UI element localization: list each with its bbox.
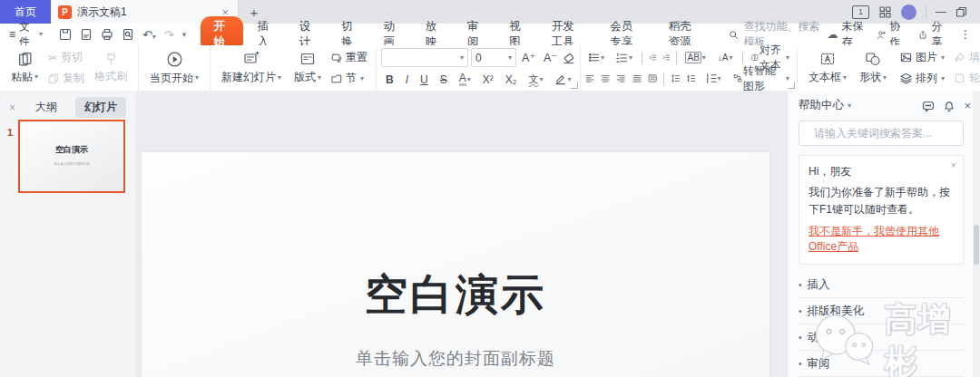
paragraph-dialog-launcher[interactable] <box>788 82 795 89</box>
play-from-current-button[interactable]: 当页开始▾ <box>143 51 205 86</box>
font-size-combo[interactable]: 0▾ <box>471 48 516 67</box>
help-topic-insert[interactable]: •插入 <box>799 272 964 298</box>
layout-icon <box>299 51 316 67</box>
clipboard-group: 粘贴▾ ✂剪切 复制 格式刷 <box>0 45 139 91</box>
underline-button[interactable]: U <box>417 71 431 88</box>
line-spacing-button[interactable]: ▾ <box>702 70 724 87</box>
quick-access-toolbar: ↶▾ ↷ ▾ <box>50 28 195 42</box>
help-search-box[interactable] <box>799 121 964 146</box>
numbering-button[interactable]: ▾ <box>613 49 635 66</box>
font-color-button[interactable]: A▾ <box>456 71 474 88</box>
restore-window-button[interactable] <box>956 6 967 18</box>
chevron-down-icon: ▾ <box>39 31 43 38</box>
single-page-view-icon[interactable]: 1 <box>852 5 869 19</box>
clear-format-icon[interactable] <box>563 52 575 64</box>
outline-icon <box>954 72 965 84</box>
picture-button[interactable]: 图片▾ <box>897 49 948 66</box>
help-topic-review[interactable]: •审阅 <box>799 351 964 377</box>
subscript-button[interactable]: X₂ <box>503 71 520 88</box>
bold-button[interactable]: B <box>383 71 397 88</box>
redo-icon[interactable]: ↷ <box>164 28 174 42</box>
decrease-indent-icon[interactable] <box>649 52 656 63</box>
workspace-grid-icon[interactable] <box>878 5 892 19</box>
text-direction-button[interactable]: AB▾ <box>682 49 708 66</box>
minimize-button[interactable]: — <box>936 5 946 18</box>
align-center-icon[interactable] <box>601 72 610 84</box>
convert-smartart-button[interactable]: 转智能图形▾ <box>730 70 792 87</box>
fill-icon <box>954 52 965 63</box>
slide-editor[interactable]: 空白演示 单击输入您的封面副标题 <box>142 152 769 377</box>
justify-icon[interactable] <box>632 72 642 84</box>
divider <box>642 52 642 64</box>
format-painter-button[interactable]: 格式刷 <box>88 53 133 84</box>
person-plus-icon <box>877 29 886 41</box>
picture-icon <box>900 52 912 63</box>
help-search-input[interactable] <box>812 126 956 140</box>
user-avatar[interactable] <box>901 5 916 20</box>
layout-button[interactable]: 版式▾ <box>288 51 328 85</box>
presentation-file-icon: P <box>58 5 72 19</box>
slide-number: 1 <box>7 127 13 138</box>
line-spacing-increase-icon[interactable] <box>671 72 680 84</box>
shapes-button[interactable]: 形状▾ <box>853 51 893 85</box>
paste-button[interactable]: 粘贴▾ <box>5 52 44 85</box>
reset-button[interactable]: 重置 <box>328 49 371 66</box>
smartart-icon <box>733 72 742 84</box>
save-icon[interactable] <box>59 28 72 41</box>
strikethrough-button[interactable]: S <box>437 71 450 88</box>
decrease-font-button[interactable]: A⁻ <box>541 49 560 66</box>
help-topic-animation[interactable]: •动画 <box>799 324 964 351</box>
slide-canvas[interactable]: 空白演示 单击输入您的封面副标题 <box>136 91 788 377</box>
help-scrollbar-thumb[interactable] <box>974 225 979 265</box>
divider <box>742 52 743 64</box>
customize-quickbar-icon[interactable]: ▾ <box>182 31 187 39</box>
arrange-icon <box>900 72 912 84</box>
arrange-button[interactable]: 排列▾ <box>897 70 948 87</box>
tab-outline[interactable]: 大纲 <box>26 97 66 118</box>
font-name-combo[interactable]: ▾ <box>381 48 468 67</box>
fill-button[interactable]: 填充▾ <box>950 49 980 66</box>
tab-slides[interactable]: 幻灯片 <box>75 97 126 118</box>
slide-thumbnail[interactable]: 空白演示 单击输入您的封面副标题 <box>18 120 125 193</box>
print-preview-icon[interactable] <box>122 28 134 41</box>
font-dialog-launcher[interactable] <box>571 82 578 89</box>
paragraph-group: ▾ ▾ AB▾ ↓A▾ 对齐文本▾ <box>581 45 798 91</box>
italic-button[interactable]: I <box>403 71 411 88</box>
export-pdf-icon[interactable] <box>80 28 93 41</box>
new-slide-button[interactable]: 新建幻灯片▾ <box>215 51 288 85</box>
slide-title[interactable]: 空白演示 <box>142 266 769 324</box>
feedback-chat-icon[interactable] <box>922 100 935 112</box>
copy-button[interactable]: 复制 <box>44 70 88 87</box>
close-help-icon[interactable]: × <box>964 99 971 112</box>
increase-font-button[interactable]: A⁺ <box>519 49 538 66</box>
clipboard-icon <box>17 52 33 67</box>
undo-icon[interactable]: ↶▾ <box>142 28 156 42</box>
superscript-button[interactable]: X² <box>480 71 496 88</box>
line-spacing-icon <box>705 72 717 84</box>
text-tool-button[interactable]: 文▾ <box>525 71 545 88</box>
not-newbie-link[interactable]: 我不是新手，我曾使用其他Office产品 <box>808 224 954 255</box>
help-title-dropdown[interactable]: 帮助中心▾ <box>799 98 851 113</box>
document-title: 演示文稿1 <box>77 5 214 20</box>
more-menu-icon[interactable]: ⋮ <box>960 28 971 41</box>
highlighter-icon <box>554 73 566 85</box>
print-icon[interactable] <box>101 28 113 41</box>
distribute-text-icon[interactable] <box>648 72 657 84</box>
bullets-button[interactable]: ▾ <box>585 49 607 66</box>
close-card-icon[interactable]: × <box>951 160 956 170</box>
help-scrollbar-track[interactable] <box>973 91 980 377</box>
align-left-icon[interactable] <box>585 72 594 84</box>
help-topic-layout-beautify[interactable]: •排版和美化 <box>799 298 964 324</box>
close-sidebar-icon[interactable]: × <box>9 102 15 114</box>
cut-button[interactable]: ✂剪切 <box>44 49 88 66</box>
divider <box>663 72 664 85</box>
align-right-icon[interactable] <box>616 72 625 84</box>
notification-bell-icon[interactable] <box>943 100 956 112</box>
outline-button[interactable]: 轮廓▾ <box>950 70 980 87</box>
textbox-button[interactable]: 文本框▾ <box>802 51 853 85</box>
vertical-text-button[interactable]: ↓A▾ <box>715 49 736 66</box>
section-button[interactable]: 节▾ <box>328 70 371 87</box>
paragraph-spacing-icon[interactable] <box>686 72 695 84</box>
increase-indent-icon[interactable] <box>662 52 670 63</box>
slide-subtitle-placeholder[interactable]: 单击输入您的封面副标题 <box>142 347 769 371</box>
